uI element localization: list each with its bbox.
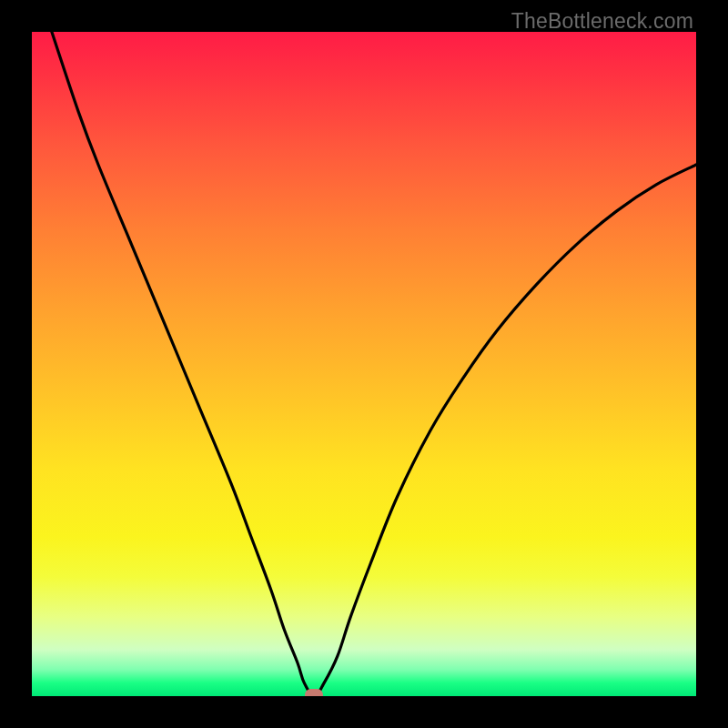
bottleneck-curve-path [52, 32, 696, 696]
curve-svg [32, 32, 696, 696]
watermark-text: TheBottleneck.com [511, 9, 693, 34]
plot-area [32, 32, 696, 696]
chart-frame: TheBottleneck.com [0, 0, 728, 728]
minimum-marker [305, 689, 323, 696]
